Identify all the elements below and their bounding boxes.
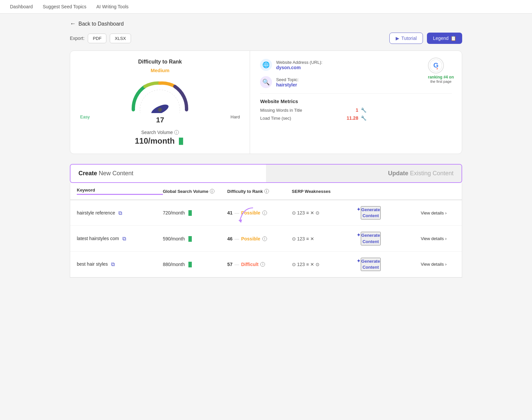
website-url-value[interactable]: dyson.com [276,65,322,70]
difficulty-cell-2: 46 — Possible i [227,236,292,241]
generate-button-3[interactable]: Generate Content [361,258,381,271]
sparkle-icon-2: ✦ [356,232,361,238]
diff-label-3: Difficult [241,262,258,267]
keyword-text-2: latest hairstyles com [77,235,119,242]
search-volume-section: Search Volume i 110/month ▐▌ [135,130,185,146]
legend-button[interactable]: Legend 📋 [427,33,462,44]
keyword-cell-3: best hair styles ⧉ [77,261,163,268]
diff-number-1: 41 [227,210,233,215]
sparkle-icon-3: ✦ [356,258,361,264]
search-topic-icon: 🔍 [260,76,272,88]
sparkle-icon-1: ✦ [356,206,361,212]
seed-topic-label: Seed Topic: [276,77,299,82]
wrench-icon-1: 🔧 [361,107,366,113]
serp-cell-2: ⊙ 123 ≡ ✕ [292,236,356,241]
volume-value-2: 590/month [163,236,185,241]
volume-bar-icon: ▐▌ [177,138,185,145]
volume-cell-2: 590/month ▐▌ [163,236,227,241]
book-icon: 📋 [451,36,456,41]
copy-icon-2[interactable]: ⧉ [122,236,126,242]
table-header: Keyword Global Search Volume i Difficult… [70,183,462,200]
chevron-right-icon-3: › [445,262,447,267]
export-label: Export: [70,36,84,41]
view-details-cell-1[interactable]: View details › [421,210,455,215]
content-section: Create New Content Update Existing Conte… [70,164,462,278]
copy-icon-3[interactable]: ⧉ [111,261,115,267]
serp-icons-3: ⊙ 123 ≡ ✕ ⊙ [292,262,320,267]
generate-button-1[interactable]: Generate Content [361,206,381,219]
load-time-value: 11.28 [346,115,358,121]
tab-update-existing-content[interactable]: Update Existing Content [266,165,462,182]
gauge-labels: Easy 17 Hard [80,114,240,124]
seed-topic-row: 🔍 Seed Topic: hairstyler [260,76,452,88]
serp-icons-2: ⊙ 123 ≡ ✕ [292,236,314,241]
volume-cell-3: 880/month ▐▌ [163,262,227,267]
serp-cell-3: ⊙ 123 ≡ ✕ ⊙ [292,262,356,267]
keyword-text-1: hairstyle reference [77,210,115,216]
website-metrics-title: Website Metrics [260,93,452,104]
view-details-cell-3[interactable]: View details › [421,262,455,267]
gauge-hard-label: Hard [230,114,240,124]
tab-create-suffix: New Content [97,170,133,177]
diff-info-icon-2[interactable]: i [262,236,267,241]
col-header-serp: SERP Weaknesses [292,188,356,195]
diff-number-3: 57 [227,262,233,267]
table-body: hairstyle reference ⧉ 720/month ▐▌ 41 — … [70,200,462,277]
volume-value-1: 720/month [163,210,185,215]
gauge-number: 17 [156,116,164,124]
diff-label-1: Possible [241,210,260,215]
export-pdf-button[interactable]: PDF [88,34,106,43]
difficulty-level: Medium [151,68,170,73]
play-icon: ▶ [396,36,399,41]
nav-ai-writing[interactable]: AI Writing Tools [96,4,129,9]
serp-icons-1: ⊙ 123 ≡ ✕ ⊙ [292,210,320,215]
export-xlsx-button[interactable]: XLSX [110,34,131,43]
difficulty-col-info-icon[interactable]: i [264,189,269,194]
col-header-difficulty: Difficulty to Rank i [227,188,292,195]
difficulty-cell-1: 41 — Possible i [227,210,292,215]
diff-label-2: Possible [241,236,260,241]
search-volume-label: Search Volume i [135,130,185,135]
gauge-svg [127,76,193,113]
volume-value-3: 880/month [163,262,185,267]
col-header-volume: Global Search Volume i [163,188,227,195]
view-details-cell-2[interactable]: View details › [421,236,455,241]
search-volume-info-icon[interactable]: i [174,130,179,135]
tab-update-suffix: Existing Content [408,170,454,177]
search-volume-value: 110/month ▐▌ [135,136,185,146]
diff-info-icon-3[interactable]: i [260,262,265,267]
wrench-icon-2: 🔧 [361,115,366,121]
nav-dashboard[interactable]: Dashboard [10,4,33,9]
website-url-row: 🌐 Website Address (URL): dyson.com [260,59,452,71]
keyword-text-3: best hair styles [77,261,108,268]
tab-create-new-content[interactable]: Create New Content [70,165,266,182]
diff-info-icon-1[interactable]: i [262,210,267,215]
col-header-details [421,188,455,195]
mini-bars-1: ▐▌ [187,210,194,215]
copy-icon-1[interactable]: ⧉ [118,210,122,216]
keyword-cell-2: latest hairstyles com ⧉ [77,235,163,242]
tab-create-label: Create [78,170,97,177]
google-logo: G # [428,58,444,73]
view-details-text-2: View details [421,236,444,241]
content-tabs: Create New Content Update Existing Conte… [70,164,462,183]
missing-words-row: Missing Words in Title 1 🔧 [260,107,366,113]
col-header-generate [356,188,421,195]
volume-col-info-icon[interactable]: i [210,189,214,194]
missing-words-label: Missing Words in Title [260,108,302,113]
tutorial-button[interactable]: ▶ Tutorial [389,33,423,44]
seed-topic-value[interactable]: hairstyler [276,82,299,87]
ranking-text: ranking #4 on [428,75,454,79]
chevron-right-icon-2: › [445,236,447,241]
nav-suggest-seed[interactable]: Suggest Seed Topics [43,4,86,9]
svg-text:#: # [437,67,438,70]
table-row: latest hairstyles com ⧉ 590/month ▐▌ 46 … [70,226,462,251]
missing-words-value: 1 [356,107,358,113]
generate-button-2[interactable]: Generate Content [361,232,381,245]
mini-bars-2: ▐▌ [187,236,194,241]
col-header-keyword: Keyword [77,188,163,195]
load-time-label: Load Time (sec) [260,116,291,121]
back-link[interactable]: ← Back to Dashboard [70,20,462,27]
gauge-container [127,76,193,113]
chevron-right-icon-1: › [445,210,447,215]
